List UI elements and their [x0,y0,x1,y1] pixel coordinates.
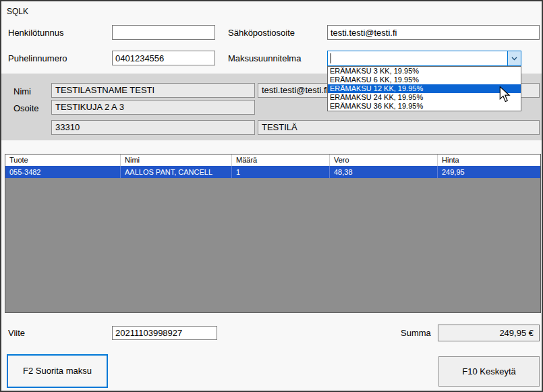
pay-button[interactable]: F2 Suorita maksu [7,354,108,388]
column-header-vero[interactable]: Vero [330,155,438,166]
sahkoposti-label: Sähköpostiosoite [228,28,295,38]
cell-nimi: AALLOS PANT, CANCELL [121,166,232,178]
cell-tuote: 055-3482 [5,166,121,178]
puhelin-input[interactable] [112,51,215,65]
customer-name-field: TESTILASTNAME TESTI [51,83,255,98]
cell-vero: 48,38 [330,166,438,178]
puhelin-label: Puhelinnumero [8,53,67,63]
henkilotunnus-label: Henkilötunnus [8,28,63,38]
text-caret [331,53,331,63]
summa-label: Summa [401,328,431,338]
dropdown-option[interactable]: ERÄMAKSU 24 KK, 19.95% [328,93,521,102]
customer-postalcode-field: 33310 [51,120,255,135]
summa-value-field: 249,95 € [438,325,540,341]
cell-hinta: 249,95 [438,166,540,178]
customer-address-field: TESTIKUJA 2 A 3 [51,100,255,115]
column-header-maara[interactable]: Määrä [232,155,330,166]
viite-input[interactable] [112,326,217,340]
sahkoposti-input[interactable] [327,25,540,40]
osoite-label: Osoite [13,103,39,113]
maksusuunnitelma-dropdown-list: ERÄMAKSU 3 KK, 19.95% ERÄMAKSU 6 KK, 19.… [327,66,521,111]
dropdown-option[interactable]: ERÄMAKSU 6 KK, 19.95% [328,76,521,84]
column-header-hinta[interactable]: Hinta [438,155,540,166]
table-row-selected[interactable]: 055-3482 AALLOS PANT, CANCELL 1 48,38 24… [5,166,540,178]
window-title: SQLK [7,7,28,16]
dropdown-option[interactable]: ERÄMAKSU 36 KK, 19.95% [328,102,521,111]
maksusuunnitelma-combobox[interactable] [327,51,521,66]
nimi-label: Nimi [13,86,31,96]
viite-label: Viite [8,328,25,338]
column-header-nimi[interactable]: Nimi [121,155,232,166]
sqlk-window: SQLK Henkilötunnus Sähköpostiosoite Puhe… [0,0,543,392]
combobox-dropdown-button[interactable] [507,51,521,65]
table-header-row: Tuote Nimi Määrä Vero Hinta [5,155,540,166]
column-header-tuote[interactable]: Tuote [5,155,121,166]
henkilotunnus-input[interactable] [112,25,215,40]
customer-city-field: TESTILÄ [258,120,540,135]
dropdown-option-highlighted[interactable]: ERÄMAKSU 12 KK, 19.95% [328,84,521,93]
product-table: Tuote Nimi Määrä Vero Hinta 055-3482 AAL… [5,154,541,313]
maksusuunnitelma-label: Maksusuunnitelma [228,53,301,63]
cancel-button[interactable]: F10 Keskeytä [438,356,540,387]
dropdown-option[interactable]: ERÄMAKSU 3 KK, 19.95% [328,67,521,76]
cell-maara: 1 [232,166,330,178]
mouse-cursor-icon [499,86,511,103]
chevron-down-icon [511,57,517,61]
